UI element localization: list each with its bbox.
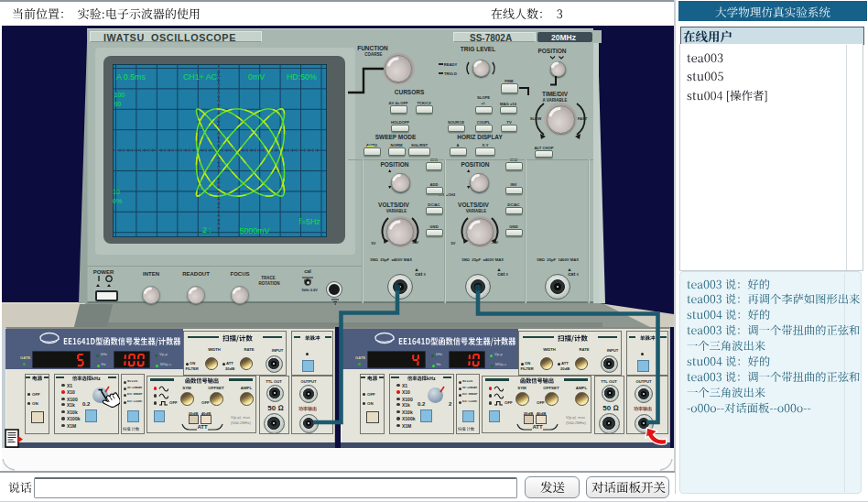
svg-text:2 :: 2 : — [202, 225, 212, 235]
svg-text:5000mV: 5000mV — [240, 226, 270, 235]
svg-text:f=5Hz: f=5Hz — [299, 217, 320, 226]
svg-text:0%: 0% — [113, 198, 122, 204]
svg-text:10: 10 — [113, 189, 120, 195]
svg-text:CH1+ AC: CH1+ AC — [183, 72, 218, 82]
svg-text:90: 90 — [114, 101, 122, 107]
svg-text:HD:50%: HD:50% — [287, 72, 317, 82]
svg-text:A 0.5ms: A 0.5ms — [116, 72, 146, 82]
svg-text:0mV: 0mV — [248, 72, 265, 82]
svg-text:100: 100 — [114, 92, 125, 98]
